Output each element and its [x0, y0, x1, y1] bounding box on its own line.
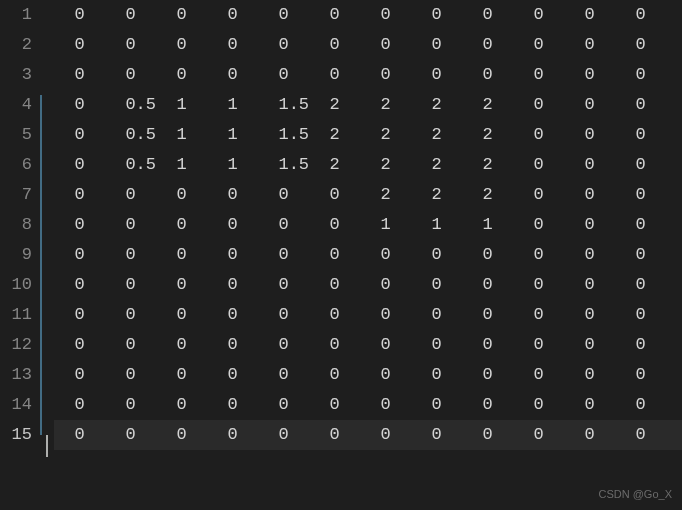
code-line[interactable]: 0 0 0 0 0 0 0 0 0 0 0 0 — [54, 330, 682, 360]
code-line[interactable]: 0 0 0 0 0 0 0 0 0 0 0 0 — [54, 240, 682, 270]
line-number: 5 — [0, 120, 36, 150]
code-line[interactable]: 0 0 0 0 0 0 0 0 0 0 0 0 — [54, 0, 682, 30]
line-number: 15 — [0, 420, 36, 450]
line-number: 1 — [0, 0, 36, 30]
code-line[interactable]: 0 0 0 0 0 0 0 0 0 0 0 0 — [54, 360, 682, 390]
code-area[interactable]: 0 0 0 0 0 0 0 0 0 0 0 0 0 0 0 0 0 0 0 0 … — [54, 0, 682, 450]
code-line[interactable]: 0 0 0 0 0 0 0 0 0 0 0 0 — [54, 30, 682, 60]
line-number: 4 — [0, 90, 36, 120]
line-number: 3 — [0, 60, 36, 90]
code-line[interactable]: 0 0.5 1 1 1.5 2 2 2 2 0 0 0 — [54, 120, 682, 150]
line-number: 2 — [0, 30, 36, 60]
code-line[interactable]: 0 0 0 0 0 0 2 2 2 0 0 0 — [54, 180, 682, 210]
line-number: 8 — [0, 210, 36, 240]
code-line[interactable]: 0 0.5 1 1 1.5 2 2 2 2 0 0 0 — [54, 90, 682, 120]
watermark-text: CSDN @Go_X — [598, 488, 672, 500]
text-cursor — [46, 435, 48, 457]
code-line[interactable]: 0 0 0 0 0 0 0 0 0 0 0 0 — [54, 300, 682, 330]
code-line[interactable]: 0 0 0 0 0 0 0 0 0 0 0 0 — [54, 390, 682, 420]
line-number: 10 — [0, 270, 36, 300]
code-line[interactable]: 0 0 0 0 0 0 1 1 1 0 0 0 — [54, 210, 682, 240]
indent-guide — [40, 95, 42, 435]
code-line[interactable]: 0 0 0 0 0 0 0 0 0 0 0 0 — [54, 270, 682, 300]
line-number: 6 — [0, 150, 36, 180]
code-editor[interactable]: 123456789101112131415 0 0 0 0 0 0 0 0 0 … — [0, 0, 682, 510]
code-line[interactable]: 0 0.5 1 1 1.5 2 2 2 2 0 0 0 — [54, 150, 682, 180]
line-number: 11 — [0, 300, 36, 330]
line-number: 14 — [0, 390, 36, 420]
code-line[interactable]: 0 0 0 0 0 0 0 0 0 0 0 0 — [54, 420, 682, 450]
code-line[interactable]: 0 0 0 0 0 0 0 0 0 0 0 0 — [54, 60, 682, 90]
line-number: 9 — [0, 240, 36, 270]
line-number: 13 — [0, 360, 36, 390]
line-number: 12 — [0, 330, 36, 360]
line-number: 7 — [0, 180, 36, 210]
line-number-gutter: 123456789101112131415 — [0, 0, 36, 450]
